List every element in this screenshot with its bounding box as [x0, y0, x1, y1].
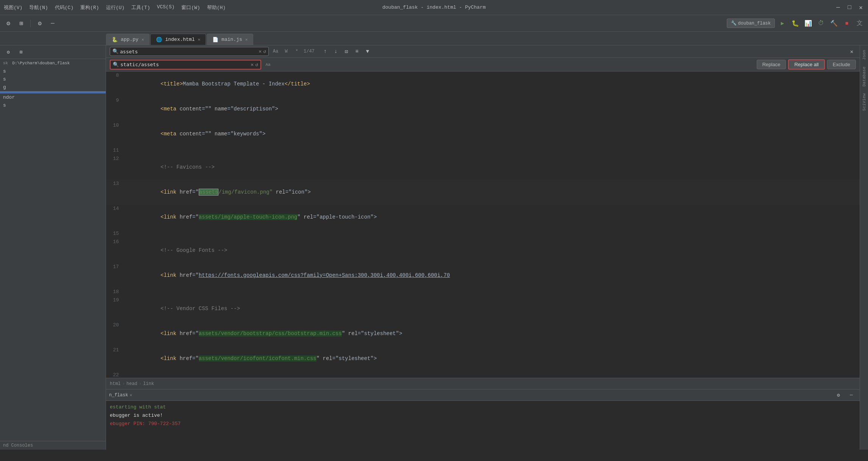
tab-main-js[interactable]: 📄 main.js ✕	[207, 34, 253, 45]
gear-icon[interactable]: ⚙	[34, 18, 45, 29]
layout-icon[interactable]: ⊞	[16, 18, 26, 29]
menu-bar[interactable]: 视图(V) 导航(N) 代码(C) 重构(R) 运行(U) 工具(T) VCS(…	[4, 4, 226, 11]
sidebar-bottom-panels[interactable]: nd Consoles	[0, 441, 106, 450]
prev-match-btn[interactable]: ↑	[321, 47, 329, 56]
whole-word-btn[interactable]: W	[282, 47, 291, 56]
code-line-18: 18	[106, 288, 860, 296]
code-editor[interactable]: 8 <title>Mamba Bootstrap Template - Inde…	[106, 71, 860, 378]
breadcrumb-link: link	[143, 381, 154, 386]
replace-actions: Replace Replace all Exclude	[757, 59, 856, 70]
settings-icon[interactable]: ⚙	[3, 18, 14, 29]
tab-app-py[interactable]: 🐍 app.py ✕	[106, 34, 150, 45]
menu-tools[interactable]: 工具(T)	[131, 4, 150, 11]
replace-input[interactable]	[120, 62, 249, 67]
replace-all-button[interactable]: Replace all	[788, 59, 824, 70]
line-num-21: 21	[106, 346, 125, 371]
editor-area: 🔍 ✕ ↺ Aa W * 1/47 ↑ ↓ ⊡ ≡ ▼ ✕ 🔍	[106, 45, 860, 450]
stop-button[interactable]: ■	[842, 18, 852, 29]
menu-run[interactable]: 运行(U)	[106, 4, 125, 11]
sidebar-item-s2[interactable]: s	[0, 75, 106, 83]
sidebar-item-s3[interactable]: s	[0, 101, 106, 109]
project-path-text: D:\Pycharm\douban_flask	[12, 61, 70, 65]
sidebar-settings-icon[interactable]: ⚙	[3, 47, 14, 57]
window-controls[interactable]: — □ ✕	[835, 4, 864, 11]
menu-help[interactable]: 帮助(H)	[207, 4, 226, 11]
menu-view[interactable]: 视图(V)	[4, 4, 22, 11]
find-input[interactable]	[120, 49, 257, 54]
coverage-icon[interactable]: 📊	[803, 18, 813, 29]
menu-refactor[interactable]: 重构(R)	[80, 4, 99, 11]
exclude-button[interactable]: Exclude	[827, 60, 856, 69]
find-history-icon[interactable]: ↺	[263, 48, 266, 54]
line-num-17: 17	[106, 263, 125, 288]
debug-icon[interactable]: 🐛	[790, 18, 801, 29]
sidebar-item-s1-label: s	[3, 68, 6, 74]
tab-main-js-label: main.js	[221, 37, 242, 42]
right-panel-sciview[interactable]: SciView	[861, 90, 867, 114]
tab-app-py-close[interactable]: ✕	[142, 37, 144, 42]
sidebar-item-ndor[interactable]: ndor	[0, 93, 106, 101]
menu-code[interactable]: 代码(C)	[55, 4, 73, 11]
menu-nav[interactable]: 导航(N)	[29, 4, 48, 11]
profile-icon[interactable]: ⏱	[816, 18, 826, 29]
sidebar-item-g[interactable]: g	[0, 83, 106, 91]
terminal-tab[interactable]: n_flask ✕	[109, 393, 132, 398]
terminal-settings-icon[interactable]: ⚙	[833, 390, 844, 400]
menu-vcs[interactable]: VCS(S)	[157, 4, 175, 11]
sidebar: ⚙ ⊞ sk D:\Pycharm\douban_flask s s g ndo…	[0, 45, 106, 450]
terminal-text-4: ebugger PIN: 790-722-357	[110, 421, 181, 427]
code-line-19: 19 <!-- Vendor CSS Files -->	[106, 296, 860, 321]
terminal-line-4: ebugger PIN: 790-722-357	[110, 420, 856, 428]
right-panel-database[interactable]: Database	[861, 64, 867, 90]
tabs-bar: 🐍 app.py ✕ 🌐 index.html ✕ 📄 main.js ✕	[0, 32, 868, 45]
replace-input-wrap: 🔍 ✕ ↺	[110, 60, 261, 70]
replace-history-icon[interactable]: ↺	[255, 62, 258, 68]
terminal-close-icon[interactable]: —	[846, 390, 857, 400]
multiline-btn[interactable]: ≡	[353, 47, 361, 56]
line-content-8: <title>Mamba Bootstrap Template - Index<…	[125, 71, 860, 96]
line-content-22: <link href="assets/vendor/boxicons/css/b…	[125, 371, 860, 378]
code-line-21: 21 <link href="assets/vendor/icofont/ico…	[106, 346, 860, 371]
replace-clear-icon[interactable]: ✕	[251, 62, 254, 68]
line-num-13: 13	[106, 180, 125, 205]
sidebar-layout-icon[interactable]: ⊞	[16, 47, 26, 57]
regex-btn[interactable]: *	[292, 47, 301, 56]
line-num-8: 8	[106, 71, 125, 96]
match-count: 1/47	[304, 49, 319, 54]
terminal-tab-close[interactable]: ✕	[129, 393, 132, 397]
replace-button[interactable]: Replace	[757, 60, 786, 69]
sidebar-item-s2-label: s	[3, 76, 6, 82]
right-panel-json[interactable]: Json	[861, 47, 867, 63]
code-line-10: 10 <meta content="" name="keywords">	[106, 121, 860, 146]
next-match-btn[interactable]: ↓	[332, 47, 340, 56]
tab-index-html[interactable]: 🌐 index.html ✕	[150, 34, 206, 45]
close-button[interactable]: ✕	[857, 4, 864, 11]
terminal-text-2: ebugger is active!	[110, 413, 163, 418]
maximize-button[interactable]: □	[846, 4, 853, 11]
minimize-button[interactable]: —	[835, 4, 842, 11]
translate-icon[interactable]: 文	[854, 18, 865, 29]
terminal-content: estarting with stat ebugger is active! e…	[106, 401, 860, 450]
tab-main-js-close[interactable]: ✕	[245, 37, 248, 42]
tab-index-html-icon: 🌐	[156, 37, 162, 43]
run-button[interactable]: ▶	[777, 18, 788, 29]
expand-btn[interactable]: ⊡	[342, 47, 351, 56]
line-content-17: <link href="https://fonts.googleapis.com…	[125, 263, 860, 288]
run-config-name: douban_flask	[738, 21, 771, 26]
sidebar-toolbar: ⚙ ⊞	[0, 45, 106, 59]
line-content-21: <link href="assets/vendor/icofont/icofon…	[125, 346, 860, 371]
breadcrumb-sep-2: ›	[139, 381, 142, 386]
match-case-btn[interactable]: Aa	[271, 47, 280, 56]
find-clear-icon[interactable]: ✕	[259, 48, 262, 54]
close-search-icon[interactable]: ✕	[848, 47, 856, 56]
tab-index-html-close[interactable]: ✕	[198, 37, 200, 42]
replace-case-btn[interactable]: Aa	[263, 60, 273, 69]
sidebar-items: s s g ndor s	[0, 67, 106, 441]
sidebar-item-s1[interactable]: s	[0, 67, 106, 75]
build-icon[interactable]: 🔨	[829, 18, 839, 29]
filter-icon[interactable]: ▼	[363, 47, 372, 56]
run-config-button[interactable]: 🔧 douban_flask	[727, 19, 775, 28]
line-content-13: <link href="assets/img/favicon.png" rel=…	[125, 180, 860, 205]
dash-icon[interactable]: —	[47, 18, 58, 29]
menu-window[interactable]: 窗口(W)	[181, 4, 200, 11]
